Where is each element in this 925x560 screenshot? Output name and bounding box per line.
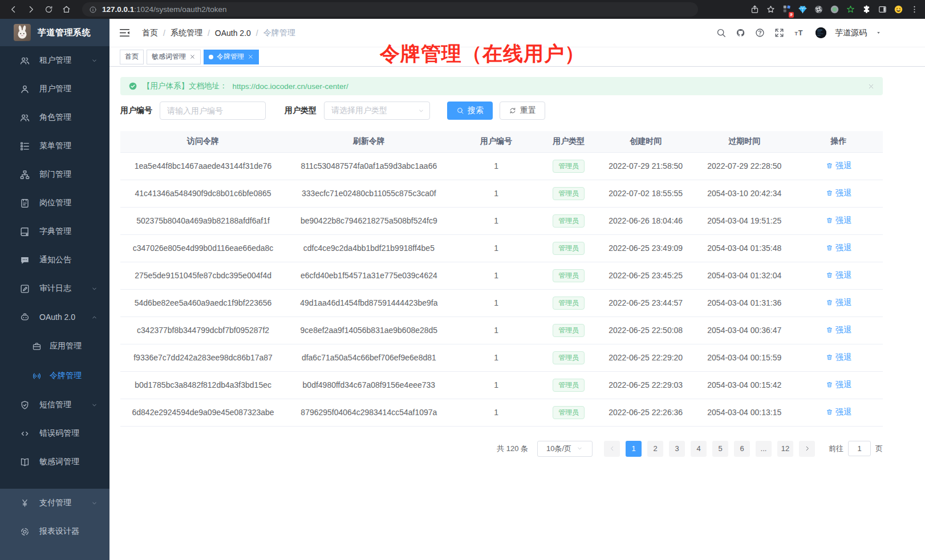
force-logout-button[interactable]: 强退 — [826, 243, 851, 253]
user-type-cell: 管理员 — [541, 316, 597, 344]
user-type-select-value[interactable]: 请选择用户类型 — [324, 102, 430, 120]
command-extension-icon[interactable] — [814, 5, 823, 14]
share-icon[interactable] — [750, 5, 760, 14]
sidebar-item-sms[interactable]: 短信管理 — [0, 391, 109, 419]
goto-page: 前往 页 — [829, 441, 883, 456]
force-logout-button[interactable]: 强退 — [826, 161, 851, 171]
force-logout-button[interactable]: 强退 — [826, 325, 851, 335]
force-logout-button[interactable]: 强退 — [826, 352, 851, 363]
trash-icon — [826, 244, 833, 251]
sidebar-item-report[interactable]: 报表设计器 — [0, 517, 109, 546]
user-avatar[interactable] — [816, 27, 826, 38]
force-logout-button[interactable]: 强退 — [826, 216, 851, 226]
collapse-sidebar-icon[interactable] — [119, 27, 131, 39]
profile-avatar-icon[interactable] — [894, 5, 903, 14]
sidebar-item-dict[interactable]: 字典管理 — [0, 217, 109, 246]
sidebar-item-label: 错误码管理 — [39, 428, 79, 439]
tab-close-icon[interactable] — [189, 54, 196, 60]
forward-icon[interactable] — [26, 5, 36, 14]
gem-extension-icon[interactable] — [798, 5, 808, 14]
sidebar-item-audit[interactable]: 审计日志 — [0, 274, 109, 303]
sidebar-item-dept[interactable]: 部门管理 — [0, 160, 109, 189]
app-title: 芋道管理系统 — [38, 27, 91, 38]
chevron-down-icon — [91, 401, 98, 409]
page-size-select[interactable]: 10条/页 — [537, 441, 593, 457]
page-button-6[interactable]: 6 — [734, 441, 750, 457]
tab-令牌管理[interactable]: 令牌管理 — [204, 50, 259, 64]
github-icon[interactable] — [735, 27, 746, 38]
sidebar-item-user[interactable]: 用户管理 — [0, 75, 109, 103]
sidebar-item-oauth2[interactable]: OAuth 2.0 — [0, 303, 109, 331]
force-logout-button[interactable]: 强退 — [826, 298, 851, 308]
page-button-4[interactable]: 4 — [691, 441, 707, 457]
help-icon[interactable] — [754, 27, 765, 38]
back-icon[interactable] — [9, 5, 18, 14]
force-logout-button[interactable]: 强退 — [826, 380, 851, 390]
sidebar-item-menu[interactable]: 菜单管理 — [0, 132, 109, 160]
force-logout-button[interactable]: 强退 — [826, 270, 851, 281]
fullscreen-icon[interactable] — [774, 27, 785, 38]
goto-page-input[interactable] — [848, 441, 871, 456]
sidebar-item-post[interactable]: 岗位管理 — [0, 189, 109, 217]
browser-menu-icon[interactable] — [910, 5, 919, 14]
sidebar-item-notice[interactable]: 通知公告 — [0, 246, 109, 274]
extension-cluster-icon[interactable]: 9 — [782, 4, 792, 15]
reset-button[interactable]: 重置 — [500, 102, 545, 120]
action-cell: 强退 — [794, 207, 883, 234]
page-ellipsis-button[interactable]: ... — [756, 441, 772, 457]
sidebar-item-oauth2-token[interactable]: 令牌管理 — [0, 361, 109, 391]
sidebar-item-pay[interactable]: 支付管理 — [0, 489, 109, 517]
user-name[interactable]: 芋道源码 — [835, 28, 867, 38]
sidebar-item-errcode[interactable]: 错误码管理 — [0, 419, 109, 448]
extensions-puzzle-icon[interactable] — [862, 5, 871, 14]
prev-page-button[interactable] — [604, 441, 620, 457]
breadcrumb-system[interactable]: 系统管理 — [171, 28, 202, 38]
sidebar-item-sensitive[interactable]: 敏感词管理 — [0, 448, 109, 476]
info-icon[interactable] — [89, 6, 97, 14]
breadcrumb-home[interactable]: 首页 — [142, 28, 158, 38]
sidebar-item-role[interactable]: 角色管理 — [0, 103, 109, 132]
search-icon[interactable] — [716, 27, 727, 38]
tab-close-icon[interactable] — [248, 54, 254, 60]
search-button[interactable]: 搜索 — [447, 102, 493, 120]
caret-down-icon[interactable] — [875, 30, 882, 36]
user-id-cell: 1 — [452, 207, 541, 234]
page-button-5[interactable]: 5 — [712, 441, 728, 457]
tab-敏感词管理[interactable]: 敏感词管理 — [147, 50, 201, 64]
user-type-badge: 管理员 — [553, 324, 585, 337]
bookmark-star-icon[interactable] — [766, 5, 776, 14]
green-star-extension-icon[interactable] — [846, 5, 855, 14]
column-header: 访问令牌 — [120, 131, 286, 152]
tab-首页[interactable]: 首页 — [120, 50, 144, 64]
expire-time-cell: 2054-03-04 19:51:25 — [695, 207, 794, 234]
page-button-3[interactable]: 3 — [669, 441, 685, 457]
alert-close-icon[interactable] — [867, 83, 875, 90]
home-icon[interactable] — [62, 5, 71, 14]
table-row: 275e5de9151045fe87cbdc395e004f4de6cfd40e… — [120, 262, 883, 289]
reset-button-label: 重置 — [520, 105, 536, 116]
next-page-button[interactable] — [799, 441, 815, 457]
side-panel-icon[interactable] — [878, 5, 887, 14]
breadcrumb-oauth[interactable]: OAuth 2.0 — [215, 29, 251, 38]
user-type-select[interactable]: 请选择用户类型 — [324, 102, 430, 120]
page-button-12[interactable]: 12 — [777, 441, 793, 457]
sidebar-item-label: 岗位管理 — [39, 198, 71, 208]
org-tree-icon — [19, 169, 30, 180]
page-button-1[interactable]: 1 — [626, 441, 642, 457]
force-logout-label: 强退 — [835, 216, 851, 226]
alert-doc-link[interactable]: https://doc.iocoder.cn/user-center/ — [233, 82, 348, 91]
record-extension-icon[interactable] — [830, 5, 839, 14]
user-id-input[interactable] — [160, 102, 266, 120]
column-header: 操作 — [794, 131, 883, 152]
sidebar-item-tenant[interactable]: 租户管理 — [0, 46, 109, 75]
address-bar[interactable]: 127.0.0.1:1024/system/oauth2/token — [82, 2, 698, 17]
page-button-2[interactable]: 2 — [647, 441, 663, 457]
url-text[interactable]: 127.0.0.1:1024/system/oauth2/token — [102, 5, 226, 14]
sidebar-item-oauth2-app[interactable]: 应用管理 — [0, 331, 109, 361]
force-logout-button[interactable]: 强退 — [826, 407, 851, 417]
font-size-icon[interactable]: TT — [793, 27, 804, 38]
app-logo[interactable]: 芋道管理系统 — [0, 19, 109, 46]
force-logout-button[interactable]: 强退 — [826, 188, 851, 198]
rabbit-logo-icon — [14, 24, 31, 41]
reload-icon[interactable] — [44, 5, 54, 14]
